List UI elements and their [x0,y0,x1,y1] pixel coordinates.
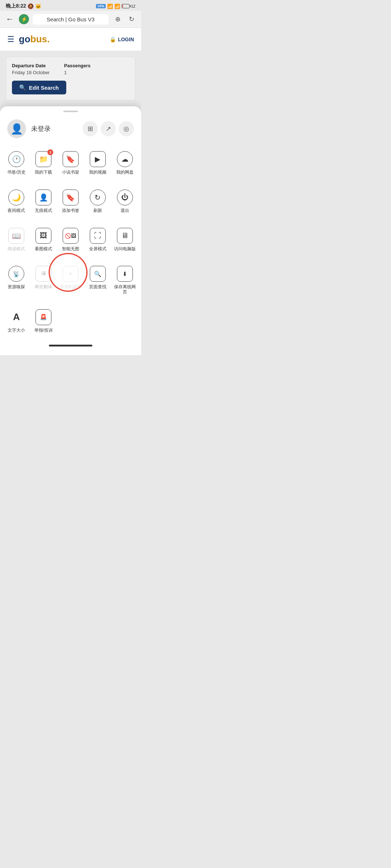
menu-item-fontsize[interactable]: A 文字大小 [3,305,30,337]
user-actions: ⊞ ↗ ◎ [83,121,134,136]
menu-empty-3 [111,305,138,337]
reader-icon: 📖 [8,228,24,244]
incognito-icon: 👤 [35,190,51,205]
menu-item-night[interactable]: 🌙 夜间模式 [3,185,30,218]
bookmarks-icon: 🕐 [8,151,24,167]
gobus-logo: ☰ gobus. [7,34,50,45]
menu-item-add-desktop-wrapper: + 添加到桌面 [57,261,84,299]
battery-indicator [122,4,130,8]
passengers-field: Passengers 1 [64,63,91,76]
report-icon: 🚨 [35,309,51,325]
menu-item-report[interactable]: 🚨 举报/投诉 [30,305,57,337]
exit-icon: ⏻ [117,190,133,205]
camera-icon[interactable]: ◎ [119,121,134,136]
menu-item-reader[interactable]: 📖 阅读模式 [3,224,30,256]
logo-dot: . [47,34,50,44]
status-indicators: VPN 📶 📶 12 [96,4,135,9]
user-name: 未登录 [31,124,51,133]
status-time: 晚上8:22 🔕 🐱 [6,3,41,9]
url-bar[interactable]: Search | Go Bus V3 [33,14,109,25]
vpn-badge: VPN [96,4,106,8]
reload-icon[interactable]: ↻ [126,14,137,25]
novels-icon: 🔖 [63,151,79,167]
menu-item-videos[interactable]: ▶ 我的视频 [84,147,111,179]
menu-item-exit[interactable]: ⏻ 退出 [111,185,138,218]
search-info: Departure Date Friday 18 October Passeng… [12,63,129,76]
wifi-icon: 📶 [114,4,120,9]
menu-item-offline[interactable]: ⬇ 保存离线网页 [111,261,138,299]
add-bookmark-icon: 🔖 [63,190,79,205]
menu-empty-1 [57,305,84,337]
menu-item-translate[interactable]: 译 网页翻译 [30,261,57,299]
qr-scan-icon[interactable]: ⊞ [83,121,98,136]
menu-empty-2 [84,305,111,337]
offline-icon: ⬇ [117,266,133,282]
resource-icon: 📡 [8,266,24,282]
departure-field: Departure Date Friday 18 October [12,63,50,76]
downloads-badge: 2 [47,149,53,155]
website-background: ☰ gobus. 🔒 LOGIN Departure Date Friday 1… [0,28,141,101]
status-bar: 晚上8:22 🔕 🐱 VPN 📶 📶 12 [0,0,141,11]
bottom-sheet: 👤 未登录 ⊞ ↗ ◎ 🕐 书签/历史 📁 2 我的下载 🔖 小说书架 [0,106,141,355]
menu-grid-row1: 🕐 书签/历史 📁 2 我的下载 🔖 小说书架 ▶ 我的视频 ☁ 我的网盘 [0,144,141,182]
noimage-icon: 🚫🖼 [63,228,79,244]
notification-icon: 🐱 [35,3,41,9]
logo-go: go [19,34,30,44]
back-button[interactable]: ← [4,14,15,25]
desktop-icon: 🖥 [117,228,133,244]
menu-item-desktop[interactable]: 🖥 访问电脑版 [111,224,138,256]
menu-item-cloud[interactable]: ☁ 我的网盘 [111,147,138,179]
menu-item-downloads[interactable]: 📁 2 我的下载 [30,147,57,179]
user-row: 👤 未登录 ⊞ ↗ ◎ [0,118,141,144]
menu-item-add-desktop[interactable]: + 添加到桌面 [58,261,83,294]
night-icon: 🌙 [8,190,24,205]
menu-item-resource[interactable]: 📡 资源嗅探 [3,261,30,299]
search-icon: 🔍 [19,84,26,91]
menu-item-add-bookmark[interactable]: 🔖 添加书签 [57,185,84,218]
lock-icon: 🔒 [110,37,116,42]
menu-item-noimage[interactable]: 🚫🖼 智能无图 [57,224,84,256]
menu-grid-row3: 📖 阅读模式 🖼 看图模式 🚫🖼 智能无图 ⛶ 全屏模式 🖥 访问电脑版 [0,221,141,259]
sheet-handle [63,111,78,112]
menu-item-bookmarks[interactable]: 🕐 书签/历史 [3,147,30,179]
share-icon[interactable]: ↗ [101,121,116,136]
menu-item-find[interactable]: 🔍 页面查找 [84,261,111,299]
fullscreen-icon: ⛶ [90,228,106,244]
add-desktop-icon: + [63,266,79,282]
home-indicator [49,345,92,346]
browser-bar: ← ⚡ Search | Go Bus V3 ⊕ ↻ [0,11,141,28]
battery-percent: 12 [131,4,135,8]
login-button[interactable]: 🔒 LOGIN [110,37,134,42]
gobus-header: ☰ gobus. 🔒 LOGIN [0,28,141,51]
menu-grid-row5: A 文字大小 🚨 举报/投诉 [0,302,141,340]
browser-actions: ⊕ ↻ [112,14,137,25]
refresh-icon: ↻ [90,190,106,205]
shield-icon: ⚡ [19,14,29,24]
search-card: Departure Date Friday 18 October Passeng… [6,57,135,101]
logo: gobus. [19,34,50,45]
videos-icon: ▶ [90,151,106,167]
logo-bus: bus [30,34,47,44]
cloud-icon: ☁ [117,151,133,167]
menu-item-refresh[interactable]: ↻ 刷新 [84,185,111,218]
downloads-icon: 📁 2 [35,151,51,167]
hamburger-icon[interactable]: ☰ [7,35,14,44]
menu-item-novels[interactable]: 🔖 小说书架 [57,147,84,179]
edit-search-button[interactable]: 🔍 Edit Search [12,81,66,94]
user-info: 👤 未登录 [7,119,51,138]
signal-icon: 📶 [107,4,113,9]
photo-icon: 🖼 [35,228,51,244]
find-icon: 🔍 [90,266,106,282]
avatar[interactable]: 👤 [7,119,26,138]
menu-item-fullscreen[interactable]: ⛶ 全屏模式 [84,224,111,256]
menu-grid-row4: 📡 资源嗅探 译 网页翻译 + 添加到桌面 🔍 页面查找 ⬇ 保存离线网 [0,259,141,302]
mute-icon: 🔕 [28,3,34,9]
translate-icon: 译 [35,266,51,282]
menu-grid-row2: 🌙 夜间模式 👤 无痕模式 🔖 添加书签 ↻ 刷新 ⏻ 退出 [0,182,141,221]
fontsize-icon: A [8,309,24,325]
menu-item-photo[interactable]: 🖼 看图模式 [30,224,57,256]
bookmark-add-icon[interactable]: ⊕ [112,14,123,25]
menu-item-incognito[interactable]: 👤 无痕模式 [30,185,57,218]
